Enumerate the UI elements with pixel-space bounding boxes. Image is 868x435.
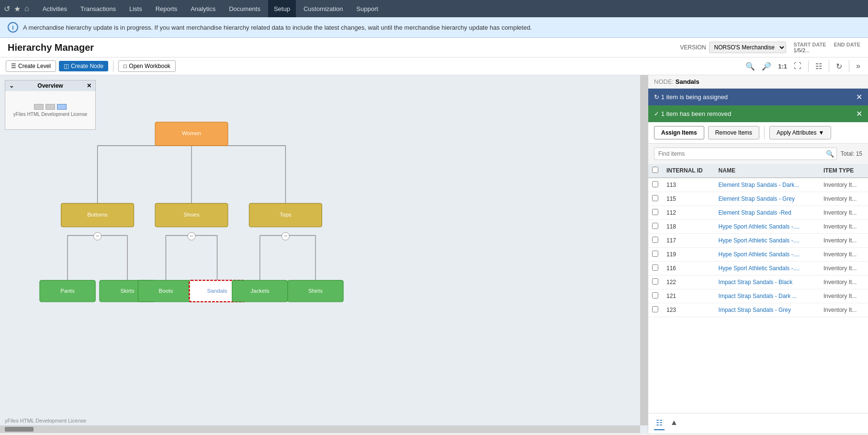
- fit-icon[interactable]: 1:1: [776, 62, 789, 71]
- list-view-icon[interactable]: ☷: [654, 416, 665, 430]
- notification-removed: ✓ 1 item has been removed ✕: [648, 105, 868, 122]
- check-icon: ✓: [654, 110, 661, 117]
- nav-transactions[interactable]: Transactions: [75, 0, 122, 17]
- bottom-icons-bar: ☷ ▲: [648, 413, 868, 433]
- zoom-in-icon[interactable]: 🔍: [744, 61, 757, 72]
- nav-setup[interactable]: Setup: [268, 0, 296, 17]
- row-checkbox[interactable]: [652, 195, 658, 201]
- row-type: Inventory It...: [820, 289, 868, 303]
- nav-analytics[interactable]: Analytics: [185, 0, 221, 17]
- notif-blue-content: ↻ 1 item is being assigned: [654, 93, 728, 101]
- apply-attributes-button[interactable]: Apply Attributes ▼: [769, 126, 831, 139]
- notification-assigning: ↻ 1 item is being assigned ✕: [648, 89, 868, 105]
- row-checkbox[interactable]: [652, 292, 658, 298]
- row-checkbox[interactable]: [652, 237, 658, 243]
- nav-lists[interactable]: Lists: [124, 0, 148, 17]
- row-name[interactable]: Impact Strap Sandals - Dark ...: [715, 289, 820, 303]
- node-pants[interactable]: Pants: [40, 280, 95, 302]
- mini-box-2: [45, 104, 55, 110]
- row-name[interactable]: Impact Strap Sandals - Black: [715, 275, 820, 289]
- nav-reports[interactable]: Reports: [150, 0, 183, 17]
- row-name[interactable]: Hype Sport Athletic Sandals -....: [715, 262, 820, 275]
- zoom-out-icon[interactable]: 🔎: [760, 61, 773, 72]
- row-checkbox[interactable]: [652, 223, 658, 229]
- row-name[interactable]: Impact Strap Sandals - Grey: [715, 303, 820, 317]
- node-shoes[interactable]: Shoes: [155, 204, 228, 227]
- apply-attributes-label: Apply Attributes: [777, 129, 816, 136]
- row-name[interactable]: Hype Sport Athletic Sandals -....: [715, 220, 820, 234]
- more-icon[interactable]: »: [854, 61, 862, 71]
- row-name[interactable]: Element Strap Sandals - Grey: [715, 192, 820, 206]
- create-level-button[interactable]: ☰ Create Level: [6, 60, 56, 72]
- row-name[interactable]: Hype Sport Athletic Sandals -....: [715, 234, 820, 248]
- version-dropdown[interactable]: NORSO'S Merchandise: [709, 42, 786, 53]
- table-row: 116 Hype Sport Athletic Sandals -.... In…: [648, 262, 868, 275]
- node-jackets[interactable]: Jackets: [232, 280, 288, 302]
- open-workbook-button[interactable]: □ Open Workbook: [118, 60, 176, 72]
- version-select-area: VERSION NORSO'S Merchandise: [680, 42, 786, 53]
- overview-close-icon[interactable]: ✕: [87, 82, 91, 89]
- toolbar-zoom-icons: 🔍 🔎 1:1 ⛶ ☷ ↻ »: [744, 60, 862, 72]
- row-name[interactable]: Element Strap Sandals -Red: [715, 206, 820, 220]
- diagram-license-text: yFiles HTML Development License: [5, 418, 86, 424]
- select-all-checkbox[interactable]: [652, 167, 658, 173]
- nav-activities[interactable]: Activities: [37, 0, 73, 17]
- version-label: VERSION: [680, 44, 706, 51]
- row-name[interactable]: Hype Sport Athletic Sandals -....: [715, 248, 820, 262]
- notif-green-close-icon[interactable]: ✕: [856, 109, 862, 118]
- row-checkbox[interactable]: [652, 264, 658, 271]
- overview-chevron: ⌄: [9, 82, 14, 89]
- row-type: Inventory It...: [820, 303, 868, 317]
- node-label: NODE:: [654, 78, 674, 85]
- diagram-scrollbar-horizontal[interactable]: [0, 425, 640, 433]
- row-checkbox[interactable]: [652, 209, 658, 215]
- fit-page-icon[interactable]: ⛶: [792, 61, 803, 71]
- node-title-bar: NODE: Sandals: [648, 75, 868, 89]
- table-row: 112 Element Strap Sandals -Red Inventory…: [648, 206, 868, 220]
- page-title: Hierarchy Manager: [8, 42, 94, 53]
- overview-panel: ⌄ Overview ✕ yFiles HTML Development Lic…: [5, 80, 96, 130]
- row-checkbox[interactable]: [652, 181, 658, 187]
- home-icon[interactable]: ⌂: [24, 4, 29, 13]
- node-tops[interactable]: Tops: [249, 204, 322, 227]
- star-icon[interactable]: ★: [14, 4, 21, 13]
- items-table-wrap[interactable]: INTERNAL ID NAME ITEM TYPE 113 Element S…: [648, 164, 868, 413]
- remove-items-button[interactable]: Remove Items: [708, 126, 759, 139]
- refresh-icon[interactable]: ↻: [834, 61, 844, 72]
- search-input[interactable]: [654, 148, 837, 160]
- col-internal-id: INTERNAL ID: [663, 164, 715, 178]
- row-id: 115: [663, 192, 715, 206]
- tag-view-icon[interactable]: ▲: [668, 416, 680, 430]
- row-id: 116: [663, 262, 715, 275]
- row-checkbox[interactable]: [652, 278, 658, 285]
- table-row: 115 Element Strap Sandals - Grey Invento…: [648, 192, 868, 206]
- node-women[interactable]: Women: [155, 122, 228, 146]
- diagram-scrollbar-vertical[interactable]: [640, 75, 648, 425]
- history-icon[interactable]: ↺: [4, 4, 10, 13]
- overview-body: yFiles HTML Development License: [5, 91, 95, 129]
- nav-documents[interactable]: Documents: [223, 0, 266, 17]
- main-container: Hierarchy Manager VERSION NORSO'S Mercha…: [0, 38, 868, 433]
- row-name[interactable]: Element Strap Sandals - Dark...: [715, 178, 820, 192]
- row-id: 121: [663, 289, 715, 303]
- toolbar-separator-3: [829, 60, 829, 72]
- toolbar-separator-4: [849, 60, 849, 72]
- row-type: Inventory It...: [820, 234, 868, 248]
- node-boots[interactable]: Boots: [138, 280, 193, 302]
- map-icon[interactable]: ☷: [813, 61, 824, 72]
- create-node-button[interactable]: ◫ Create Node: [59, 61, 108, 71]
- row-checkbox[interactable]: [652, 251, 658, 257]
- assign-items-button[interactable]: Assign Items: [654, 126, 704, 139]
- node-bottoms[interactable]: Bottoms: [61, 204, 134, 227]
- row-type: Inventory It...: [820, 220, 868, 234]
- node-shirts[interactable]: Shirts: [288, 280, 343, 302]
- row-id: 119: [663, 248, 715, 262]
- notif-blue-close-icon[interactable]: ✕: [856, 92, 862, 102]
- nav-customization[interactable]: Customization: [298, 0, 349, 17]
- diagram-area[interactable]: ⌄ Overview ✕ yFiles HTML Development Lic…: [0, 75, 648, 433]
- row-checkbox[interactable]: [652, 306, 658, 312]
- table-row: 118 Hype Sport Athletic Sandals -.... In…: [648, 220, 868, 234]
- nav-support[interactable]: Support: [350, 0, 384, 17]
- nav-utility-icons: ↺ ★ ⌂: [4, 4, 29, 13]
- header-right: VERSION NORSO'S Merchandise START DATE 1…: [680, 42, 860, 53]
